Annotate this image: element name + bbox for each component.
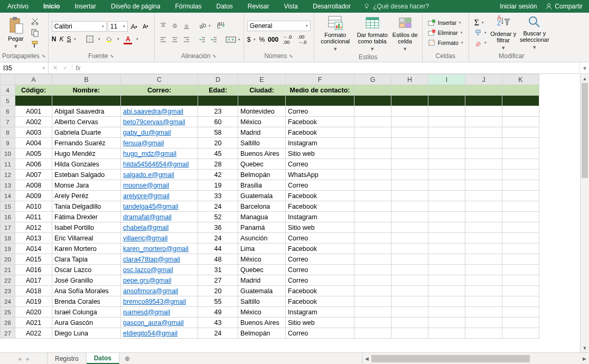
cell-C8[interactable]: gaby_du@gmail bbox=[121, 127, 198, 138]
cell-E27[interactable]: Belmopán bbox=[238, 328, 286, 339]
col-header-E[interactable]: E bbox=[238, 74, 286, 85]
cell-E4[interactable]: Ciudad: bbox=[238, 85, 286, 96]
cell-E6[interactable]: Montevideo bbox=[238, 106, 286, 117]
format-cells-button[interactable]: Formato ▾ bbox=[426, 38, 465, 48]
row-header-27[interactable]: 27 bbox=[1, 328, 15, 339]
cell-D6[interactable]: 23 bbox=[198, 106, 238, 117]
cell-E11[interactable]: Quebec bbox=[238, 159, 286, 170]
row-header-10[interactable]: 10 bbox=[1, 148, 15, 159]
cell-F19[interactable]: Facebook bbox=[286, 244, 354, 254]
cell-C25[interactable]: isamesd@gmail bbox=[121, 307, 198, 318]
cell-C18[interactable]: villaeric@gmail bbox=[121, 233, 198, 244]
cell-B4[interactable]: Nombre: bbox=[52, 85, 121, 96]
sign-in-link[interactable]: Iniciar sesión bbox=[500, 3, 537, 10]
col-header-G[interactable]: G bbox=[354, 74, 391, 85]
col-header-C[interactable]: C bbox=[121, 74, 198, 85]
cell-B8[interactable]: Gabriela Duarte bbox=[52, 127, 121, 138]
cell-D16[interactable]: 52 bbox=[198, 212, 238, 222]
font-name-select[interactable]: Calibri▾ bbox=[52, 21, 107, 32]
cell-A8[interactable]: A003 bbox=[15, 127, 52, 138]
cell-F13[interactable]: Correo bbox=[286, 180, 354, 191]
cell-F8[interactable]: Facebook bbox=[286, 127, 354, 138]
cell-F9[interactable]: Instagram bbox=[286, 138, 354, 148]
cell-F4[interactable]: Medio de contacto: bbox=[286, 85, 354, 96]
row-header-7[interactable]: 7 bbox=[1, 117, 15, 127]
increase-decimal-button[interactable]: ←.0.00 bbox=[282, 34, 293, 45]
cell-D15[interactable]: 24 bbox=[198, 201, 238, 212]
align-bottom-button[interactable] bbox=[181, 21, 192, 31]
sort-filter-button[interactable]: AZ Ordenar y filtrar▾ bbox=[490, 15, 517, 51]
align-center-button[interactable] bbox=[170, 34, 180, 45]
cell-F16[interactable]: Instagram bbox=[286, 212, 354, 222]
formula-input[interactable] bbox=[83, 62, 579, 73]
cell-B14[interactable]: Arely Peréz bbox=[52, 191, 121, 201]
cell-A24[interactable]: A019 bbox=[15, 296, 52, 307]
vertical-scrollbar[interactable]: ▲ ▼ bbox=[580, 74, 589, 352]
cell-A22[interactable]: A017 bbox=[15, 275, 52, 286]
merge-center-button[interactable] bbox=[225, 34, 237, 45]
row-header-21[interactable]: 21 bbox=[1, 265, 15, 275]
fill-button[interactable]: ▾ bbox=[472, 28, 489, 38]
cell-B11[interactable]: Hilda Gonzales bbox=[52, 159, 121, 170]
cell-F25[interactable]: Instagram bbox=[286, 307, 354, 318]
row-header-22[interactable]: 22 bbox=[1, 275, 15, 286]
worksheet-grid[interactable]: ABCDEFGHIJK4 Código: Nombre: Correo: Eda… bbox=[0, 74, 580, 352]
cell-D11[interactable]: 28 bbox=[198, 159, 238, 170]
sheet-nav-prev[interactable]: ◂ bbox=[18, 355, 21, 362]
format-as-table-button[interactable]: Dar formato como tabla▾ bbox=[354, 15, 390, 52]
cell-D27[interactable]: 24 bbox=[198, 328, 238, 339]
autosum-button[interactable]: Σ▾ bbox=[472, 18, 489, 28]
col-header-I[interactable]: I bbox=[428, 74, 465, 85]
cell-D10[interactable]: 45 bbox=[198, 148, 238, 159]
cancel-formula-button[interactable]: ✕ bbox=[53, 64, 58, 71]
cell-E22[interactable]: Madrid bbox=[238, 275, 286, 286]
cell-B26[interactable]: Aura Gascón bbox=[52, 318, 121, 328]
row-header-17[interactable]: 17 bbox=[1, 222, 15, 233]
cell-B6[interactable]: Abigail Saavedra bbox=[52, 106, 121, 117]
row-header-25[interactable]: 25 bbox=[1, 307, 15, 318]
tab-data[interactable]: Datos bbox=[209, 0, 240, 13]
align-top-button[interactable] bbox=[158, 21, 169, 31]
col-header-K[interactable]: K bbox=[502, 74, 539, 85]
cell-C26[interactable]: gascon_aura@gmail bbox=[121, 318, 198, 328]
tab-developer[interactable]: Desarrollador bbox=[305, 0, 358, 13]
cell-E14[interactable]: Guatemala bbox=[238, 191, 286, 201]
cell-E20[interactable]: México bbox=[238, 254, 286, 265]
cut-button[interactable] bbox=[30, 16, 40, 26]
sheet-tab-datos[interactable]: Datos bbox=[87, 353, 119, 364]
cell-F6[interactable]: Correo bbox=[286, 106, 354, 117]
cell-E24[interactable]: Saltillo bbox=[238, 296, 286, 307]
cell-C19[interactable]: karen_mortero@gmail bbox=[121, 244, 198, 254]
cell-E17[interactable]: Panamá bbox=[238, 222, 286, 233]
cell-D17[interactable]: 36 bbox=[198, 222, 238, 233]
cell-A15[interactable]: A010 bbox=[15, 201, 52, 212]
row-header-9[interactable]: 9 bbox=[1, 138, 15, 148]
cell-F14[interactable]: Facebook bbox=[286, 191, 354, 201]
cell-C15[interactable]: tandelga45@gmail bbox=[121, 201, 198, 212]
cell-A7[interactable]: A002 bbox=[15, 117, 52, 127]
cell-A26[interactable]: A021 bbox=[15, 318, 52, 328]
cell-D23[interactable]: 20 bbox=[198, 286, 238, 296]
col-header-H[interactable]: H bbox=[391, 74, 428, 85]
cell-A9[interactable]: A004 bbox=[15, 138, 52, 148]
cell-E7[interactable]: México bbox=[238, 117, 286, 127]
cell-D18[interactable]: 24 bbox=[198, 233, 238, 244]
cell-C27[interactable]: eldiegito54@gmail bbox=[121, 328, 198, 339]
cell-C24[interactable]: bremco89543@gmail bbox=[121, 296, 198, 307]
cell-E15[interactable]: Barcelona bbox=[238, 201, 286, 212]
cell-A19[interactable]: A014 bbox=[15, 244, 52, 254]
cell-F27[interactable]: Correo bbox=[286, 328, 354, 339]
cell-F18[interactable]: Correo bbox=[286, 233, 354, 244]
row-header-16[interactable]: 16 bbox=[1, 212, 15, 222]
cell-A27[interactable]: A022 bbox=[15, 328, 52, 339]
percent-button[interactable]: % bbox=[259, 36, 265, 43]
cell-D21[interactable]: 31 bbox=[198, 265, 238, 275]
cell-C16[interactable]: dramafat@gmail bbox=[121, 212, 198, 222]
cell-A18[interactable]: A013 bbox=[15, 233, 52, 244]
cell-C10[interactable]: hugo_mdz@gmail bbox=[121, 148, 198, 159]
row-header-24[interactable]: 24 bbox=[1, 296, 15, 307]
decrease-indent-button[interactable] bbox=[197, 34, 208, 45]
cell-E23[interactable]: Guatemala bbox=[238, 286, 286, 296]
new-sheet-button[interactable]: ⊕ bbox=[119, 353, 135, 364]
col-header-B[interactable]: B bbox=[52, 74, 121, 85]
